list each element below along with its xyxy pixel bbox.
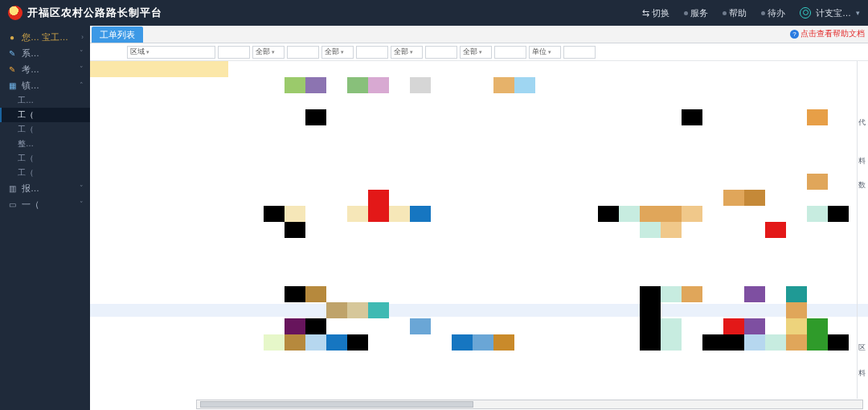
sidebar-sub-3[interactable]: 整… (0, 137, 90, 151)
mosaic-cell (661, 222, 682, 238)
mosaic-cell (598, 206, 619, 222)
mosaic-cell (326, 302, 347, 318)
gutter-tick: 区 (858, 342, 866, 353)
filter-8[interactable] (425, 46, 457, 59)
horizontal-scrollbar[interactable] (196, 400, 863, 409)
sidebar-sub-2[interactable]: 工（ (0, 122, 90, 137)
mosaic-cell (702, 334, 723, 351)
chevron-down-icon: ˅ (80, 49, 84, 57)
nav-todo[interactable]: 待办 (761, 7, 785, 19)
topbar: 开福区农村公路路长制平台 ⇆ 切换 服务 帮助 待办 计支宝…▾ (0, 0, 868, 26)
sidebar-item-exam[interactable]: ✎ 考… ˅ (0, 61, 90, 77)
mosaic-cell (786, 302, 807, 318)
mosaic-cell (682, 286, 702, 302)
mosaic-cell (786, 334, 807, 351)
sidebar-item-label: 系… (22, 47, 80, 59)
mosaic-cell (807, 174, 828, 190)
mosaic-cell (285, 222, 305, 238)
pencil-icon: ✎ (6, 65, 18, 74)
nav-help[interactable]: 帮助 (723, 7, 747, 19)
filter-10[interactable] (494, 46, 526, 59)
mosaic-cell (807, 334, 828, 351)
nav-switch-label: 切换 (652, 7, 669, 19)
mosaic-cell (682, 109, 702, 125)
filter-label: 全部 (256, 47, 270, 57)
sidebar-item-report[interactable]: ▥ 报… ˅ (0, 180, 90, 196)
nav-service[interactable]: 服务 (684, 7, 708, 19)
mosaic-cell (493, 77, 514, 93)
sidebar-item-label: 报… (22, 182, 80, 195)
sidebar-sub-label: 工（ (18, 167, 34, 178)
mosaic-cell (723, 318, 744, 334)
mosaic-cell (744, 190, 765, 206)
sidebar-sub-1[interactable]: 工（ (0, 108, 90, 122)
mosaic-cell (410, 318, 431, 334)
sidebar-sub-5[interactable]: 工（ (0, 166, 90, 180)
mosaic-cell (786, 286, 807, 302)
sidebar-sub-4[interactable]: 工（ (0, 151, 90, 166)
mosaic-cell (305, 286, 326, 302)
main: ● 您… 宝工… › ✎ 系… ˅ ✎ 考… ˅ ▦ 镇… ˄ 工… 工（ 工（… (0, 26, 868, 410)
mosaic-cell (765, 222, 786, 238)
mosaic-cell (744, 334, 765, 351)
scrollbar-thumb[interactable] (200, 401, 473, 408)
sidebar-item-welcome[interactable]: ● 您… 宝工… › (0, 29, 90, 45)
sidebar-sub-0[interactable]: 工… (0, 93, 90, 108)
mosaic-cell (305, 334, 326, 351)
mosaic-cell (493, 334, 514, 351)
sidebar-item-system[interactable]: ✎ 系… ˅ (0, 45, 90, 61)
mosaic-grid (90, 77, 868, 399)
nav-help-label: 帮助 (729, 7, 747, 19)
filter-6[interactable] (356, 46, 388, 59)
mosaic-cell (619, 206, 640, 222)
sidebar: ● 您… 宝工… › ✎ 系… ˅ ✎ 考… ˅ ▦ 镇… ˄ 工… 工（ 工（… (0, 26, 90, 410)
mosaic-cell (807, 109, 828, 125)
filter-7[interactable]: 全部▾ (391, 46, 423, 59)
mosaic-cell (410, 206, 431, 222)
mosaic-cell (640, 302, 661, 318)
mosaic-cell (285, 77, 305, 93)
emblem-icon (8, 6, 23, 20)
filter-12[interactable] (563, 46, 596, 59)
filter-label: 全部 (325, 47, 339, 57)
filter-11[interactable]: 单位▾ (529, 46, 561, 59)
mosaic-cell (264, 334, 285, 351)
circle-icon: ● (6, 33, 18, 42)
mosaic-cell (723, 334, 744, 351)
filter-5[interactable]: 全部▾ (321, 46, 354, 59)
filter-9[interactable]: 全部▾ (460, 46, 492, 59)
dot-icon (761, 11, 765, 15)
user-icon (800, 7, 811, 18)
mosaic-cell (285, 286, 305, 302)
mosaic-cell (744, 318, 765, 334)
filter-2[interactable] (218, 46, 250, 59)
sidebar-sub-label: 工（ (18, 153, 34, 164)
mosaic-cell (389, 206, 410, 222)
sidebar-item-label: 镇… (22, 80, 80, 92)
nav-service-label: 服务 (690, 7, 708, 19)
caret-down-icon: ▾ (146, 49, 149, 55)
mosaic-cell (285, 318, 305, 334)
help-doc-label: 点击查看帮助文档 (800, 28, 865, 39)
mosaic-cell (661, 206, 682, 222)
sidebar-item-label: 您… 宝工… (22, 31, 81, 43)
filter-4[interactable] (287, 46, 319, 59)
mosaic-cell (347, 77, 368, 93)
mosaic-cell (640, 286, 661, 302)
mosaic-cell (473, 334, 493, 351)
mosaic-cell (640, 318, 661, 334)
tab-worklist[interactable]: 工单列表 (92, 27, 143, 43)
sidebar-item-one[interactable]: ▭ 一（ ˅ (0, 196, 90, 212)
caret-down-icon: ▾ (272, 49, 275, 55)
help-doc-link[interactable]: ? 点击查看帮助文档 (790, 28, 865, 39)
tabstrip: 工单列表 (90, 26, 868, 43)
sidebar-sub-label: 整… (18, 138, 34, 150)
mosaic-cell (452, 334, 473, 351)
filter-3[interactable]: 全部▾ (252, 46, 285, 59)
mosaic-cell (305, 109, 326, 125)
nav-user[interactable]: 计支宝…▾ (800, 7, 860, 19)
pencil-icon: ✎ (6, 49, 18, 58)
nav-switch[interactable]: ⇆ 切换 (642, 7, 669, 19)
sidebar-item-town[interactable]: ▦ 镇… ˄ (0, 77, 90, 93)
filter-region[interactable]: 区域▾ (127, 46, 215, 59)
